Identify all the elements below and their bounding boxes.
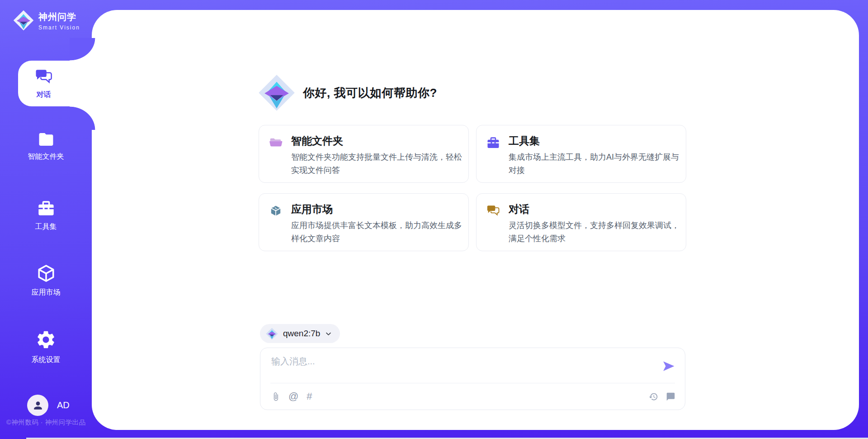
sidebar-item-label: 工具集 [35, 222, 57, 232]
app-logo: 神州问学 Smart Vision [13, 10, 80, 31]
user-name: AD [57, 400, 70, 410]
send-icon[interactable] [662, 359, 675, 373]
feature-card-app-market[interactable]: 应用市场 应用市场提供丰富长文本模板，助力高效生成多样化文章内容 [259, 193, 469, 251]
sidebar-item-chat[interactable]: 对话 [18, 61, 95, 106]
model-name: qwen2:7b [283, 329, 320, 339]
brand-diamond-logo [258, 74, 295, 112]
chat-bubble-icon[interactable] [666, 392, 675, 401]
briefcase-icon [486, 136, 500, 149]
feature-card-toolset[interactable]: 工具集 集成市场上主流工具，助力AI与外界无缝扩展与对接 [476, 125, 686, 183]
chat-bubbles-icon [35, 68, 53, 86]
folder-icon [38, 132, 55, 147]
cube-icon [37, 264, 56, 283]
greeting: 你好, 我可以如何帮助你? [258, 74, 437, 112]
composer: @ # [260, 348, 685, 410]
sidebar-item-smart-folder[interactable]: 智能文件夹 [0, 132, 92, 162]
sidebar-footer: ©神州数码 · 神州问学出品 [6, 418, 86, 427]
chat-bubbles-icon [486, 204, 500, 218]
message-input[interactable] [271, 355, 660, 379]
model-logo-icon [266, 328, 278, 340]
grid-cube-icon [269, 204, 283, 218]
hashtag-icon[interactable]: # [307, 391, 312, 401]
history-icon[interactable] [649, 392, 658, 401]
person-icon [32, 400, 44, 411]
app-name: 神州问学 [38, 11, 80, 23]
sidebar-item-toolset[interactable]: 工具集 [0, 199, 92, 232]
sidebar-item-label: 智能文件夹 [28, 152, 64, 162]
briefcase-icon [37, 199, 55, 217]
folder-open-icon [269, 136, 283, 149]
card-title: 应用市场 [291, 202, 464, 216]
sidebar-item-label: 系统设置 [32, 355, 61, 365]
mention-icon[interactable]: @ [288, 391, 298, 401]
app-subtitle: Smart Vision [38, 24, 80, 31]
card-title: 工具集 [509, 134, 681, 148]
user-account[interactable]: AD [27, 395, 70, 416]
main-panel: 你好, 我可以如何帮助你? 智能文件夹 智能文件夹功能支持批量文件上传与清洗，轻… [92, 10, 859, 430]
card-title: 智能文件夹 [291, 134, 464, 148]
feature-card-chat[interactable]: 对话 灵活切换多模型文件，支持多样回复效果调试，满足个性化需求 [476, 193, 686, 251]
sidebar-item-label: 应用市场 [32, 288, 61, 297]
sidebar-item-label: 对话 [37, 90, 51, 100]
gear-icon [35, 329, 57, 350]
card-description: 集成市场上主流工具，助力AI与外界无缝扩展与对接 [509, 151, 681, 177]
brand-diamond-logo [13, 10, 34, 31]
sidebar-item-settings[interactable]: 系统设置 [0, 329, 92, 365]
chevron-down-icon [325, 330, 332, 337]
card-description: 灵活切换多模型文件，支持多样回复效果调试，满足个性化需求 [509, 219, 681, 245]
greeting-title: 你好, 我可以如何帮助你? [303, 85, 437, 101]
card-description: 应用市场提供丰富长文本模板，助力高效生成多样化文章内容 [291, 219, 464, 245]
card-description: 智能文件夹功能支持批量文件上传与清洗，轻松实现文件问答 [291, 151, 464, 177]
model-selector[interactable]: qwen2:7b [260, 324, 340, 343]
avatar [27, 395, 48, 416]
feature-card-smart-folder[interactable]: 智能文件夹 智能文件夹功能支持批量文件上传与清洗，轻松实现文件问答 [259, 125, 469, 183]
feature-cards: 智能文件夹 智能文件夹功能支持批量文件上传与清洗，轻松实现文件问答 工具集 集成… [259, 125, 686, 251]
attach-icon[interactable] [271, 392, 280, 401]
sidebar-item-app-market[interactable]: 应用市场 [0, 264, 92, 297]
composer-toolbar: @ # [271, 383, 675, 410]
card-title: 对话 [509, 202, 681, 216]
